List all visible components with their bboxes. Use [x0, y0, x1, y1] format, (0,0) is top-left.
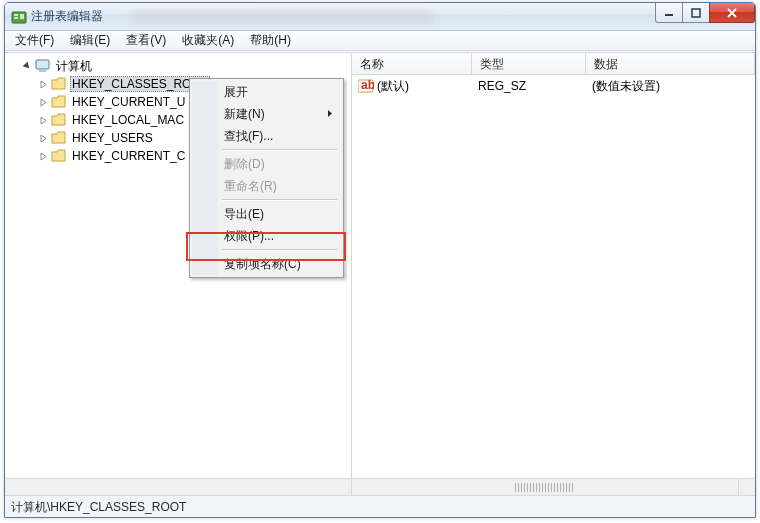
menu-help[interactable]: 帮助(H) — [242, 30, 299, 51]
folder-icon — [51, 77, 67, 91]
value-name: (默认) — [377, 78, 409, 95]
menu-file[interactable]: 文件(F) — [7, 30, 62, 51]
tree-label: HKEY_LOCAL_MAC — [70, 112, 186, 128]
minimize-button[interactable] — [655, 3, 683, 23]
context-new[interactable]: 新建(N) — [192, 103, 341, 125]
column-header-type[interactable]: 类型 — [472, 53, 586, 74]
tree-horizontal-scrollbar[interactable] — [5, 478, 351, 495]
close-button[interactable] — [709, 3, 755, 23]
expand-icon[interactable] — [37, 132, 49, 144]
svg-rect-6 — [36, 60, 49, 69]
svg-rect-4 — [665, 14, 673, 16]
svg-rect-2 — [14, 17, 18, 19]
context-menu: 展开 新建(N) 查找(F)... 删除(D) 重命名(R) 导出(E) 权限(… — [189, 78, 344, 278]
list-body: ab (默认) REG_SZ (数值未设置) — [352, 75, 755, 97]
collapse-icon[interactable] — [21, 60, 33, 72]
computer-icon — [35, 59, 51, 73]
svg-rect-1 — [14, 14, 18, 16]
menubar: 文件(F) 编辑(E) 查看(V) 收藏夹(A) 帮助(H) — [5, 31, 755, 51]
menu-view[interactable]: 查看(V) — [118, 30, 174, 51]
folder-icon — [51, 113, 67, 127]
context-rename: 重命名(R) — [192, 175, 341, 197]
status-path: 计算机\HKEY_CLASSES_ROOT — [11, 500, 186, 514]
expand-icon[interactable] — [37, 114, 49, 126]
titlebar[interactable]: 注册表编辑器 — [5, 3, 755, 31]
context-find[interactable]: 查找(F)... — [192, 125, 341, 147]
tree-label: 计算机 — [54, 57, 94, 76]
registry-editor-window: 注册表编辑器 文件(F) 编辑(E) 查看(V) 收藏夹(A) 帮助(H) 计算… — [4, 2, 756, 518]
list-row[interactable]: ab (默认) REG_SZ (数值未设置) — [352, 77, 755, 95]
list-horizontal-scrollbar[interactable] — [352, 478, 738, 495]
folder-icon — [51, 131, 67, 145]
tree-label: HKEY_CURRENT_C — [70, 148, 187, 164]
menu-edit[interactable]: 编辑(E) — [62, 30, 118, 51]
folder-icon — [51, 95, 67, 109]
context-permissions[interactable]: 权限(P)... — [192, 225, 341, 247]
svg-text:ab: ab — [361, 79, 374, 92]
svg-rect-5 — [692, 9, 700, 17]
submenu-arrow-icon — [327, 107, 333, 121]
context-export[interactable]: 导出(E) — [192, 203, 341, 225]
column-header-name[interactable]: 名称 — [352, 53, 472, 74]
svg-rect-3 — [20, 14, 24, 19]
window-title: 注册表编辑器 — [31, 8, 103, 25]
tree-root-computer[interactable]: 计算机 — [21, 57, 349, 75]
string-value-icon: ab — [358, 79, 374, 93]
value-type: REG_SZ — [472, 79, 586, 93]
value-data: (数值未设置) — [586, 78, 755, 95]
window-controls — [656, 3, 755, 23]
expand-icon[interactable] — [37, 150, 49, 162]
list-header: 名称 类型 数据 — [352, 53, 755, 75]
statusbar: 计算机\HKEY_CLASSES_ROOT — [5, 495, 755, 517]
menu-favorites[interactable]: 收藏夹(A) — [174, 30, 242, 51]
context-expand[interactable]: 展开 — [192, 81, 341, 103]
expand-icon[interactable] — [37, 96, 49, 108]
context-delete: 删除(D) — [192, 153, 341, 175]
maximize-button[interactable] — [682, 3, 710, 23]
context-copy-key-name[interactable]: 复制项名称(C) — [192, 253, 341, 275]
folder-icon — [51, 149, 67, 163]
svg-rect-7 — [39, 70, 46, 72]
scroll-corner — [738, 478, 755, 495]
tree-label: HKEY_USERS — [70, 130, 155, 146]
client-area: 计算机 HKEY_CLASSES_ROOT HKEY_CURRENT_U HKE… — [5, 52, 755, 495]
list-pane: 名称 类型 数据 ab (默认) REG_SZ (数值未设置) — [352, 53, 755, 495]
blurred-region — [133, 10, 433, 24]
column-header-data[interactable]: 数据 — [586, 53, 755, 74]
tree-label: HKEY_CURRENT_U — [70, 94, 187, 110]
app-icon — [11, 9, 27, 25]
expand-icon[interactable] — [37, 78, 49, 90]
